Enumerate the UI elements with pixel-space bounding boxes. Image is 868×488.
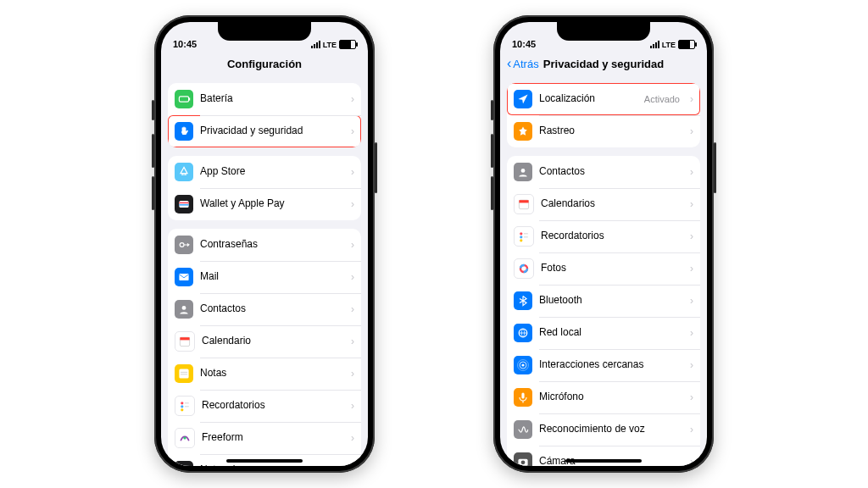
back-button[interactable]: ‹ Atrás — [507, 57, 539, 70]
settings-row-freeform[interactable]: Freeform› — [168, 422, 361, 454]
row-label: Notas — [200, 368, 341, 380]
wallet-icon — [175, 195, 193, 214]
svg-rect-9 — [180, 337, 189, 340]
row-label: Interacciones cercanas — [539, 359, 680, 371]
battery-icon — [339, 40, 356, 49]
settings-row-battery[interactable]: Batería› — [168, 83, 361, 115]
page-title: Configuración — [227, 58, 302, 70]
settings-row-photos[interactable]: Fotos› — [507, 252, 700, 285]
settings-group: LocalizaciónActivado›Rastreo› — [507, 83, 700, 147]
svg-rect-1 — [189, 97, 191, 100]
settings-row-mail[interactable]: Mail› — [168, 261, 361, 293]
chevron-right-icon: › — [690, 125, 693, 137]
settings-row-mic[interactable]: Micrófono› — [507, 381, 700, 413]
row-label: Notas de voz — [200, 464, 341, 466]
svg-point-13 — [181, 402, 183, 404]
reminders-icon — [175, 396, 195, 416]
settings-row-tracking[interactable]: Rastreo› — [507, 115, 700, 147]
row-label: Contraseñas — [200, 239, 341, 251]
notch — [218, 22, 311, 41]
row-label: Localización — [539, 93, 637, 105]
settings-row-contacts[interactable]: Contactos› — [168, 293, 361, 325]
settings-row-contacts[interactable]: Contactos› — [507, 156, 700, 188]
svg-point-18 — [183, 436, 186, 439]
settings-row-calendar[interactable]: Calendario› — [168, 325, 361, 358]
phone-mock-privacy: 10:45 LTE ‹ Atrás Privacidad y seguridad… — [493, 15, 714, 473]
chevron-right-icon: › — [351, 432, 354, 444]
notch — [557, 22, 650, 41]
svg-rect-4 — [179, 204, 188, 206]
chevron-right-icon: › — [690, 327, 693, 339]
battery-icon — [175, 90, 193, 108]
settings-row-calendar[interactable]: Calendarios› — [507, 188, 700, 220]
chevron-right-icon: › — [351, 166, 354, 178]
appstore-icon — [175, 163, 193, 181]
camera-icon — [514, 452, 532, 466]
settings-row-speech[interactable]: Reconocimiento de voz› — [507, 413, 700, 446]
svg-point-7 — [182, 306, 186, 310]
settings-row-key[interactable]: Contraseñas› — [168, 229, 361, 261]
chevron-right-icon: › — [351, 125, 354, 137]
chevron-right-icon: › — [690, 295, 693, 307]
settings-row-location[interactable]: LocalizaciónActivado› — [507, 83, 700, 115]
chevron-right-icon: › — [690, 359, 693, 371]
back-label: Atrás — [513, 58, 538, 70]
page-title: Privacidad y seguridad — [543, 58, 664, 70]
navbar: ‹ Atrás Privacidad y seguridad — [500, 51, 707, 76]
row-label: Batería — [200, 93, 341, 105]
svg-point-14 — [181, 405, 183, 408]
status-time: 10:45 — [512, 39, 536, 49]
contacts-icon — [175, 300, 193, 319]
freeform-icon — [175, 428, 195, 448]
home-indicator[interactable] — [565, 459, 642, 463]
photos-icon — [514, 258, 534, 279]
chevron-right-icon: › — [690, 456, 693, 466]
chevron-right-icon: › — [690, 198, 693, 210]
chevron-right-icon: › — [690, 391, 693, 403]
settings-row-reminders[interactable]: Recordatorios› — [168, 390, 361, 422]
chevron-right-icon: › — [351, 198, 354, 210]
row-label: Contactos — [539, 166, 680, 178]
chevron-right-icon: › — [351, 93, 354, 105]
signal-icon — [650, 41, 659, 48]
settings-row-reminders[interactable]: Recordatorios› — [507, 220, 700, 252]
settings-row-wallet[interactable]: Wallet y Apple Pay› — [168, 188, 361, 220]
battery-icon — [678, 40, 695, 49]
row-label: Privacidad y seguridad — [200, 125, 341, 137]
voicememo-icon — [175, 461, 193, 466]
settings-row-network[interactable]: Red local› — [507, 317, 700, 349]
svg-point-15 — [181, 408, 183, 411]
chevron-right-icon: › — [351, 368, 354, 380]
settings-group: Batería›Privacidad y seguridad› — [168, 83, 361, 147]
settings-row-nearby[interactable]: Interacciones cercanas› — [507, 349, 700, 381]
svg-point-25 — [520, 239, 522, 241]
status-time: 10:45 — [173, 39, 197, 49]
home-indicator[interactable] — [226, 459, 303, 463]
row-label: Calendarios — [541, 198, 680, 210]
carrier-label: LTE — [662, 41, 676, 49]
svg-point-23 — [520, 232, 522, 235]
settings-group: Contraseñas›Mail›Contactos›Calendario›No… — [168, 229, 361, 466]
settings-row-notes[interactable]: Notas› — [168, 358, 361, 390]
chevron-right-icon: › — [351, 303, 354, 315]
svg-point-24 — [520, 236, 522, 238]
signal-icon — [311, 41, 320, 48]
speech-icon — [514, 420, 532, 439]
mic-icon — [514, 388, 532, 407]
chevron-right-icon: › — [351, 336, 354, 347]
reminders-icon — [514, 226, 534, 247]
settings-row-bluetooth[interactable]: Bluetooth› — [507, 285, 700, 317]
mail-icon — [175, 268, 193, 286]
settings-group: App Store›Wallet y Apple Pay› — [168, 156, 361, 220]
svg-point-31 — [521, 363, 524, 366]
row-label: Bluetooth — [539, 295, 680, 307]
chevron-right-icon: › — [690, 263, 693, 274]
svg-rect-22 — [519, 200, 528, 202]
tracking-icon — [514, 122, 532, 141]
settings-row-hand[interactable]: Privacidad y seguridad› — [168, 115, 361, 147]
chevron-right-icon: › — [690, 166, 693, 178]
notes-icon — [175, 364, 193, 383]
settings-row-camera[interactable]: Cámara› — [507, 446, 700, 466]
settings-row-appstore[interactable]: App Store› — [168, 156, 361, 188]
phone-mock-settings: 10:45 LTE Configuración Batería›Privacid… — [154, 15, 375, 473]
